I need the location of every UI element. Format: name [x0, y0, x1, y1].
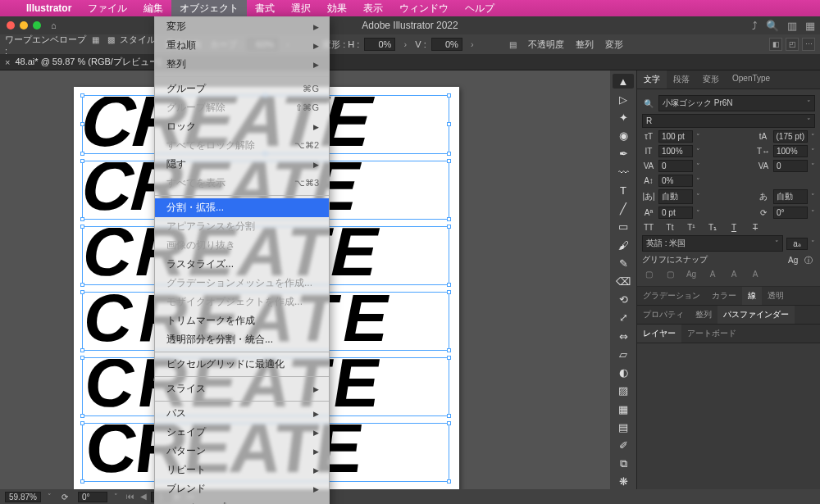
menu-item-25[interactable]: シェイプ [155, 423, 329, 442]
arrange-icon[interactable]: ▦ [805, 20, 815, 32]
glyph-3[interactable]: Ag [685, 269, 698, 280]
perspective-tool[interactable]: ▨ [613, 384, 634, 398]
app-menu[interactable]: Illustrator [18, 0, 80, 16]
scale-tool[interactable]: ⤢ [613, 311, 634, 325]
caps-strike[interactable]: T [749, 221, 762, 233]
auto-input2[interactable]: 自動 [773, 189, 808, 204]
tab-properties[interactable]: プロパティ [637, 306, 690, 324]
isolate-icon[interactable]: ◧ [769, 38, 782, 51]
rotate-view-icon[interactable]: ⟳ [58, 491, 71, 502]
search-icon[interactable]: 🔍 [642, 98, 655, 109]
glyph-6[interactable]: A [749, 269, 762, 280]
menu-item-27[interactable]: リピート [155, 461, 329, 479]
envelope-warp-icon[interactable]: ▩ [104, 33, 117, 46]
font-family-select[interactable]: 小塚ゴシック Pr6N˅ [658, 95, 815, 111]
menu-item-4[interactable]: グループ⌘G [155, 79, 329, 98]
deform-h-input[interactable]: 0% [364, 38, 395, 51]
close-window-button[interactable] [7, 21, 15, 30]
rotate-tool[interactable]: ⟲ [613, 293, 634, 307]
edit-contents-icon[interactable]: ◰ [786, 38, 799, 51]
shaper-tool[interactable]: ✎ [613, 256, 634, 270]
baseline-pt-input[interactable]: 0 pt [658, 207, 693, 219]
gradient-tool[interactable]: ▤ [613, 420, 634, 434]
tab-color[interactable]: カラー [706, 287, 742, 305]
menu-item-24[interactable]: パス [155, 404, 329, 423]
menu-item-26[interactable]: パターン [155, 442, 329, 461]
menu-type[interactable]: 書式 [247, 0, 283, 16]
magic-wand-tool[interactable]: ✦ [613, 110, 634, 125]
maximize-window-button[interactable] [33, 21, 41, 30]
menu-item-22[interactable]: スライス [155, 379, 329, 398]
menu-item-28[interactable]: ブレンド [155, 479, 329, 498]
menu-window[interactable]: ウィンドウ [391, 0, 457, 16]
aa-select[interactable]: aₐ [786, 238, 808, 250]
envelope-mesh-icon[interactable]: ▦ [89, 33, 102, 46]
tab-pathfinder[interactable]: パスファインダー [718, 306, 795, 324]
deform-h-stepper[interactable]: › [400, 39, 410, 49]
close-tab-icon[interactable]: × [5, 57, 10, 67]
menu-file[interactable]: ファイル [80, 0, 135, 16]
rotation-input[interactable]: 0° [773, 207, 808, 219]
type-tool[interactable]: T [613, 183, 634, 198]
tab-transparency[interactable]: 透明 [762, 287, 790, 305]
tab-stroke[interactable]: 線 [742, 287, 762, 305]
kerning-input[interactable]: 0 [658, 160, 693, 172]
deform-v-stepper[interactable]: › [467, 39, 477, 49]
menu-edit[interactable]: 編集 [135, 0, 171, 16]
options-icon[interactable]: ⋯ [802, 38, 815, 51]
menu-view[interactable]: 表示 [355, 0, 391, 16]
caps-tt[interactable]: TT [642, 221, 655, 233]
curvature-tool[interactable]: 〰 [613, 165, 634, 179]
tab-layers[interactable]: レイヤー [637, 325, 681, 343]
snap-info-icon[interactable]: ⓘ [802, 255, 815, 266]
glyph-5[interactable]: A [727, 269, 740, 280]
hscale-input[interactable]: 100% [773, 145, 808, 157]
menu-help[interactable]: ヘルプ [457, 0, 503, 16]
menu-effect[interactable]: 効果 [319, 0, 355, 16]
menu-item-6[interactable]: ロック [155, 117, 329, 136]
font-style-select[interactable]: R˅ [642, 114, 815, 128]
rectangle-tool[interactable]: ▭ [613, 220, 634, 234]
direct-selection-tool[interactable]: ▷ [613, 92, 634, 107]
zoom-input[interactable]: 59.87% [5, 492, 41, 502]
symbol-sprayer-tool[interactable]: ❋ [613, 474, 634, 489]
tab-transform[interactable]: 変形 [696, 70, 726, 89]
blend-tool[interactable]: ⧉ [613, 456, 634, 471]
eyedropper-tool[interactable]: ✐ [613, 438, 634, 452]
menu-item-8[interactable]: 隠す [155, 155, 329, 174]
font-size-input[interactable]: 100 pt [658, 130, 693, 143]
caps-sup[interactable]: T¹ [685, 221, 698, 233]
menu-item-11[interactable]: 分割・拡張... [155, 198, 329, 217]
menu-item-14[interactable]: ラスタライズ... [155, 255, 329, 274]
menu-item-1[interactable]: 重ね順 [155, 36, 329, 55]
deform-v-input[interactable]: 0% [431, 38, 462, 51]
search-icon[interactable]: 🔍 [766, 20, 779, 32]
caps-underline[interactable]: T [727, 221, 740, 233]
caps-sub[interactable]: T₁ [706, 221, 719, 233]
align-menu[interactable]: 整列 [572, 39, 597, 51]
menu-item-0[interactable]: 変形 [155, 17, 329, 36]
tab-artboards[interactable]: アートボード [681, 325, 742, 343]
opacity-menu[interactable]: 不透明度 [525, 39, 567, 51]
transform-menu[interactable]: 変形 [602, 39, 626, 51]
paintbrush-tool[interactable]: 🖌 [613, 238, 634, 252]
pen-tool[interactable]: ✒ [613, 147, 634, 161]
menu-item-2[interactable]: 整列 [155, 55, 329, 74]
glyph-1[interactable]: ▢ [642, 269, 655, 280]
glyph-4[interactable]: A [706, 269, 719, 280]
tab-paragraph[interactable]: 段落 [667, 70, 696, 89]
tab-gradient[interactable]: グラデーション [637, 287, 706, 305]
language-select[interactable]: 英語 : 米国˅ [642, 235, 783, 252]
share-icon[interactable]: ⤴ [752, 20, 758, 32]
glyph-2[interactable]: ▢ [663, 269, 676, 280]
workspace-icon[interactable]: ▥ [787, 20, 797, 32]
tracking-input[interactable]: 0 [773, 160, 808, 172]
menu-object[interactable]: オブジェクト [171, 0, 247, 16]
home-icon[interactable]: ⌂ [51, 20, 57, 30]
free-transform-tool[interactable]: ▱ [613, 347, 634, 361]
leading-input[interactable]: (175 pt) [773, 130, 808, 143]
menu-item-18[interactable]: 透明部分を分割・統合... [155, 330, 329, 349]
envelope-options-icon[interactable]: ▤ [507, 38, 520, 51]
auto-input1[interactable]: 自動 [658, 189, 693, 204]
menu-item-17[interactable]: トリムマークを作成 [155, 311, 329, 330]
